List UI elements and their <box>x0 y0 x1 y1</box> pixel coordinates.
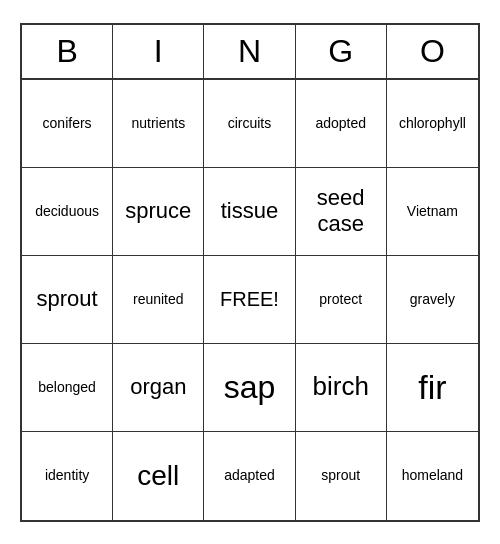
bingo-cell: sprout <box>22 256 113 344</box>
header-letter: B <box>22 25 113 78</box>
header-letter: G <box>296 25 387 78</box>
bingo-cell: protect <box>296 256 387 344</box>
header-letter: O <box>387 25 478 78</box>
bingo-cell: cell <box>113 432 204 520</box>
bingo-cell: conifers <box>22 80 113 168</box>
bingo-cell: belonged <box>22 344 113 432</box>
bingo-cell: gravely <box>387 256 478 344</box>
bingo-cell: sap <box>204 344 295 432</box>
bingo-cell: chlorophyll <box>387 80 478 168</box>
bingo-cell: sprout <box>296 432 387 520</box>
bingo-cell: reunited <box>113 256 204 344</box>
bingo-cell: adapted <box>204 432 295 520</box>
bingo-cell: Vietnam <box>387 168 478 256</box>
header-letter: I <box>113 25 204 78</box>
bingo-grid: conifersnutrientscircuitsadoptedchloroph… <box>22 80 478 520</box>
bingo-cell: tissue <box>204 168 295 256</box>
bingo-cell: circuits <box>204 80 295 168</box>
bingo-cell: nutrients <box>113 80 204 168</box>
bingo-cell: organ <box>113 344 204 432</box>
bingo-cell: birch <box>296 344 387 432</box>
bingo-cell: identity <box>22 432 113 520</box>
bingo-cell: FREE! <box>204 256 295 344</box>
bingo-cell: homeland <box>387 432 478 520</box>
bingo-header: BINGO <box>22 25 478 80</box>
header-letter: N <box>204 25 295 78</box>
bingo-cell: fir <box>387 344 478 432</box>
bingo-cell: adopted <box>296 80 387 168</box>
bingo-cell: seed case <box>296 168 387 256</box>
bingo-cell: spruce <box>113 168 204 256</box>
bingo-cell: deciduous <box>22 168 113 256</box>
bingo-card: BINGO conifersnutrientscircuitsadoptedch… <box>20 23 480 522</box>
